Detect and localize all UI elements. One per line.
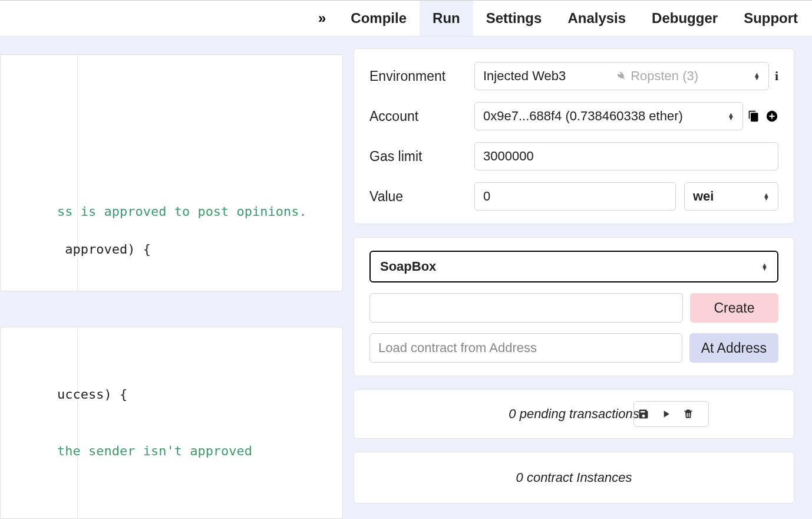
code-text: uccess) { (57, 387, 127, 402)
info-icon[interactable]: i (775, 68, 778, 84)
play-icon[interactable] (660, 408, 682, 420)
code-text: approved) { (57, 242, 151, 257)
editor-column: ss is approved to post opinions. approve… (0, 37, 343, 519)
contract-select[interactable]: SoapBox ▲▼ (369, 251, 778, 283)
value-unit: wei (693, 189, 714, 204)
tab-support[interactable]: Support (731, 1, 811, 36)
trash-icon[interactable] (682, 408, 705, 420)
tab-debugger[interactable]: Debugger (639, 1, 731, 36)
tab-compile[interactable]: Compile (338, 1, 420, 36)
contract-instances-text: 0 contract Instances (516, 470, 632, 485)
value-unit-select[interactable]: wei ▲▼ (684, 182, 778, 211)
environment-select[interactable]: Injected Web3 Ropsten (3) ▲▼ (474, 62, 769, 90)
value-value: 0 (483, 189, 490, 204)
code-comment: the sender isn't approved (57, 444, 252, 458)
dropdown-caret-icon: ▲▼ (761, 263, 768, 270)
contract-instances-card: 0 contract Instances (354, 452, 794, 504)
tabs: Compile Run Settings Analysis Debugger S… (338, 1, 811, 36)
copy-account-icon[interactable] (748, 110, 760, 122)
account-select[interactable]: 0x9e7...688f4 (0.738460338 ether) ▲▼ (474, 102, 743, 130)
gas-limit-input[interactable]: 3000000 (474, 142, 778, 170)
pending-transactions-card: 0 pending transactions (354, 389, 794, 439)
environment-card: Environment Injected Web3 Ropsten (3) ▲▼… (354, 48, 794, 224)
value-label: Value (369, 189, 474, 205)
add-account-icon[interactable] (765, 110, 778, 123)
deploy-card: SoapBox ▲▼ Create Load contract from Add… (354, 237, 794, 376)
plug-icon (614, 68, 629, 83)
top-tab-bar: » Compile Run Settings Analysis Debugger… (0, 0, 812, 37)
editor-pane-bottom[interactable]: uccess) { the sender isn't approved (0, 327, 343, 519)
tab-run[interactable]: Run (420, 1, 473, 36)
dropdown-caret-icon: ▲▼ (728, 113, 734, 120)
constructor-args-input[interactable] (369, 293, 683, 323)
create-button[interactable]: Create (690, 293, 778, 323)
at-address-button[interactable]: At Address (689, 333, 778, 363)
tab-settings[interactable]: Settings (473, 1, 555, 36)
editor-gap (0, 291, 343, 327)
contract-name: SoapBox (380, 259, 436, 274)
editor-pane-top[interactable]: ss is approved to post opinions. approve… (0, 54, 343, 291)
contract-address-placeholder: Load contract from Address (378, 340, 537, 356)
contract-address-input[interactable]: Load contract from Address (369, 333, 682, 363)
account-value: 0x9e7...688f4 (0.738460338 ether) (483, 109, 683, 124)
dropdown-caret-icon: ▲▼ (754, 73, 760, 80)
pending-transactions-text: 0 pending transactions (509, 406, 639, 422)
gas-limit-value: 3000000 (483, 149, 534, 164)
environment-label: Environment (369, 68, 474, 84)
gas-limit-label: Gas limit (369, 149, 474, 165)
pending-actions (633, 401, 709, 427)
dropdown-caret-icon: ▲▼ (763, 193, 770, 200)
environment-value: Injected Web3 (483, 68, 566, 84)
account-label: Account (369, 109, 474, 124)
run-panel: Environment Injected Web3 Ropsten (3) ▲▼… (343, 37, 812, 519)
expand-chevron-icon[interactable]: » (318, 10, 326, 27)
save-icon[interactable] (638, 408, 660, 420)
value-input[interactable]: 0 (474, 182, 676, 211)
code-comment: ss is approved to post opinions. (57, 204, 307, 219)
tab-analysis[interactable]: Analysis (554, 1, 639, 36)
environment-network: Ropsten (3) (616, 68, 698, 84)
main-area: ss is approved to post opinions. approve… (0, 37, 812, 519)
